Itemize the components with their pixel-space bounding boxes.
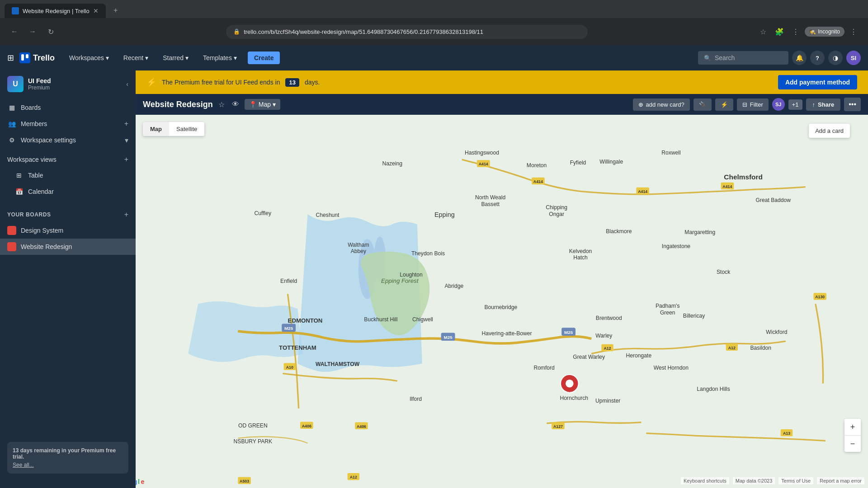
svg-text:M25: M25: [443, 335, 453, 340]
your-boards-header[interactable]: Your boards +: [0, 207, 136, 222]
bookmark-icon[interactable]: ☆: [756, 24, 770, 39]
trello-logo[interactable]: Trello: [19, 52, 55, 63]
forward-button[interactable]: →: [25, 24, 40, 39]
board-header: Website Redesign ☆ 👁 📍 Map ▾ ⊕ add new c…: [136, 94, 868, 115]
workspace-name: UI Feed: [28, 77, 122, 84]
svg-text:Fyfield: Fyfield: [570, 160, 586, 166]
terms-of-use[interactable]: Terms of Use: [778, 477, 813, 484]
your-boards-section: Your boards + Design System Website Rede…: [0, 205, 136, 257]
svg-text:Abbey: Abbey: [351, 248, 367, 254]
sidebar-board-website-redesign[interactable]: Website Redesign: [0, 239, 136, 255]
share-icon: ↑: [812, 101, 816, 108]
workspaces-label: Workspaces: [69, 54, 104, 61]
your-boards-add-icon[interactable]: +: [124, 211, 128, 219]
keyboard-shortcuts[interactable]: Keyboard shortcuts: [681, 477, 729, 484]
zoom-out-button[interactable]: −: [844, 436, 861, 452]
svg-text:g: g: [136, 478, 137, 485]
sidebar-item-calendar[interactable]: 📅 Calendar: [0, 183, 136, 200]
map-data: Map data ©2023: [733, 477, 775, 484]
create-button[interactable]: Create: [248, 52, 280, 64]
svg-text:Nazeing: Nazeing: [382, 160, 402, 167]
sidebar-board-design-system[interactable]: Design System: [0, 222, 136, 239]
starred-chevron-icon: ▾: [185, 54, 189, 61]
workspaces-menu[interactable]: Workspaces ▾: [64, 52, 114, 64]
svg-text:Hastingswood: Hastingswood: [465, 150, 499, 156]
grid-menu-icon[interactable]: ⊞: [7, 53, 14, 63]
board-header-right: ⊕ add new card? 🔌 ⚡ ⊟ Filter SJ +1: [633, 98, 861, 111]
theme-icon[interactable]: ◑: [828, 51, 843, 65]
view-selector[interactable]: 📍 Map ▾: [245, 99, 280, 110]
svg-text:A414: A414: [533, 179, 543, 184]
add-new-card-button[interactable]: ⊕ add new card?: [633, 99, 690, 111]
templates-menu[interactable]: Templates ▾: [198, 52, 242, 64]
address-bar[interactable]: 🔒 trello.com/b/lzcfSh4q/website-redesign…: [226, 25, 588, 39]
notifications-icon[interactable]: 🔔: [792, 51, 807, 65]
tab-close-icon[interactable]: ✕: [93, 7, 99, 14]
customize-icon[interactable]: ⋮: [788, 24, 803, 39]
location-pin-icon: 📍: [249, 101, 257, 108]
sidebar-item-workspace-settings[interactable]: ⚙ Workspace settings ▾: [0, 132, 136, 148]
website-redesign-color-dot: [7, 242, 16, 251]
svg-text:Wickford: Wickford: [766, 329, 787, 335]
filter-button[interactable]: ⊟ Filter: [737, 99, 769, 111]
tab-title: Website Redesign | Trello: [23, 8, 90, 14]
add-payment-button[interactable]: Add payment method: [778, 75, 857, 89]
share-button[interactable]: ↑ Share: [806, 99, 841, 111]
back-button[interactable]: ←: [7, 24, 22, 39]
member-count[interactable]: +1: [788, 99, 802, 110]
recent-menu[interactable]: Recent ▾: [118, 52, 154, 64]
sidebar-item-table[interactable]: ⊞ Table: [0, 167, 136, 183]
sidebar-item-members[interactable]: 👥 Members +: [0, 116, 136, 132]
premium-notice: 13 days remaining in your Premium free t…: [7, 442, 128, 474]
search-bar[interactable]: 🔍 Search: [698, 51, 788, 65]
premium-banner: ⚡ The Premium free trial for UI Feed end…: [136, 70, 868, 94]
zoom-in-button[interactable]: +: [844, 419, 861, 435]
add-card-popup-text: Add a card: [815, 127, 844, 134]
new-tab-button[interactable]: +: [108, 3, 124, 18]
svg-text:Bournebridge: Bournebridge: [484, 304, 517, 310]
starred-menu[interactable]: Starred ▾: [157, 52, 194, 64]
svg-text:l: l: [138, 478, 140, 485]
active-tab[interactable]: Website Redesign | Trello ✕: [5, 4, 106, 18]
members-icon: 👥: [7, 119, 16, 128]
svg-text:A414: A414: [638, 189, 647, 194]
help-icon[interactable]: ?: [810, 51, 825, 65]
browser-chrome: Website Redesign | Trello ✕ + ← → ↻ 🔒 tr…: [0, 0, 868, 45]
workspace-avatar: U: [7, 76, 24, 92]
map-toggle-satellite-label: Satellite: [176, 126, 197, 132]
user-initials: SI: [851, 55, 856, 61]
workspace-views-add-icon[interactable]: +: [124, 155, 128, 164]
svg-rect-0: [19, 52, 30, 63]
refresh-button[interactable]: ↻: [43, 24, 58, 39]
user-avatar-header[interactable]: SI: [846, 51, 861, 65]
map-toggle-satellite[interactable]: Satellite: [169, 122, 204, 136]
board-title[interactable]: Website Redesign: [143, 100, 213, 109]
svg-text:Chipping: Chipping: [546, 204, 567, 211]
browser-nav: ← → ↻ 🔒 trello.com/b/lzcfSh4q/website-re…: [0, 18, 868, 45]
svg-text:Epping: Epping: [434, 211, 455, 218]
member-avatar-board[interactable]: SJ: [772, 98, 785, 111]
more-button[interactable]: •••: [844, 98, 861, 111]
premium-notice-sub[interactable]: See all...: [13, 462, 34, 468]
power-ups-button[interactable]: 🔌: [693, 99, 712, 111]
members-add-icon[interactable]: +: [124, 120, 128, 128]
svg-text:Padham's: Padham's: [656, 303, 679, 309]
board-visibility-icon[interactable]: 👁: [230, 99, 241, 110]
automation-button[interactable]: ⚡: [715, 99, 733, 111]
browser-menu-icon[interactable]: ⋮: [846, 24, 861, 39]
power-ups-icon: 🔌: [699, 101, 706, 108]
svg-rect-1: [21, 54, 24, 61]
workspace-views-header[interactable]: Workspace views +: [0, 152, 136, 167]
sidebar-item-boards[interactable]: ▦ Boards: [0, 99, 136, 116]
report-error[interactable]: Report a map error: [817, 477, 864, 484]
sidebar-collapse-icon[interactable]: ‹: [126, 80, 128, 88]
extensions-icon[interactable]: 🧩: [772, 24, 787, 39]
svg-text:M25: M25: [284, 326, 293, 331]
add-card-popup[interactable]: Add a card: [809, 124, 850, 138]
map-toggle-map[interactable]: Map: [143, 122, 169, 136]
boards-icon: ▦: [7, 103, 16, 112]
create-label: Create: [254, 54, 274, 61]
workspace-settings-label: Workspace settings: [21, 136, 120, 144]
svg-text:Bassett: Bassett: [481, 201, 500, 207]
board-star-icon[interactable]: ☆: [217, 99, 226, 111]
